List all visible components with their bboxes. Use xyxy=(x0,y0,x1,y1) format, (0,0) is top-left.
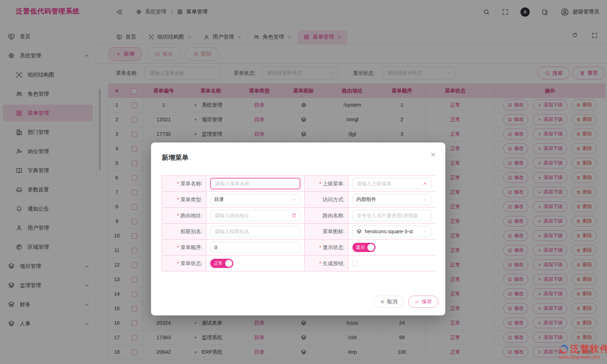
toggle-knob xyxy=(225,260,232,267)
menu-icon-select[interactable]: heroicons:square-3-st xyxy=(352,226,431,237)
label-menu-name: 菜单名称: xyxy=(162,176,206,191)
field-menu-order xyxy=(206,240,304,255)
chevron-up-icon[interactable] xyxy=(422,181,428,186)
field-display-status: 显示 xyxy=(349,240,435,255)
route-path-input[interactable] xyxy=(210,210,300,221)
gen-button-checkbox[interactable] xyxy=(352,261,358,266)
watermark: 泛普软件 www.fanpusoft.com xyxy=(559,343,607,360)
menu-name-input[interactable] xyxy=(210,178,300,189)
watermark-brand: 泛普软件 xyxy=(570,343,607,355)
label-access-mode: 访问方式: xyxy=(305,192,348,207)
watermark-logo-icon xyxy=(559,344,569,354)
field-menu-icon: heroicons:square-3-st xyxy=(349,224,435,239)
display-status-toggle[interactable]: 显示 xyxy=(352,243,375,252)
perm-alias-input[interactable] xyxy=(210,226,300,237)
access-mode-select[interactable]: 内部组件 xyxy=(352,194,431,205)
dialog-footer: 取消 保存 xyxy=(374,296,438,308)
field-route-name xyxy=(349,208,435,223)
route-name-input[interactable] xyxy=(352,210,431,221)
toggle-knob xyxy=(367,244,374,251)
field-menu-type: 目录 xyxy=(206,192,304,207)
close-icon xyxy=(380,299,385,304)
label-menu-icon: 菜单图标: xyxy=(305,224,348,239)
label-parent-menu: 上级菜单: xyxy=(305,176,348,191)
field-menu-name xyxy=(206,176,304,191)
cancel-button[interactable]: 取消 xyxy=(374,296,404,308)
label-route-path: 路由地址: xyxy=(162,208,206,223)
field-menu-status: 正常 xyxy=(206,256,304,271)
label-menu-order: 菜单顺序: xyxy=(162,240,206,255)
add-menu-dialog: 新增菜单 菜单名称: 上级菜单: 菜单类型: 目录 访问方式: xyxy=(151,142,445,315)
close-icon[interactable] xyxy=(430,152,436,158)
label-menu-type: 菜单类型: xyxy=(162,192,206,207)
field-route-path xyxy=(206,208,304,223)
parent-menu-input[interactable] xyxy=(352,178,431,189)
layers-icon xyxy=(356,229,362,234)
field-access-mode: 内部组件 xyxy=(349,192,435,207)
label-perm-alias: 权限别名: xyxy=(162,224,206,239)
app-window: 泛普低代码管理系统 首页 系统管理 xyxy=(0,0,607,364)
menu-order-input[interactable] xyxy=(210,242,300,253)
field-perm-alias xyxy=(206,224,304,239)
menu-status-toggle[interactable]: 正常 xyxy=(210,259,233,268)
field-gen-button xyxy=(349,256,435,271)
label-menu-status: 菜单状态: xyxy=(162,256,206,271)
label-gen-button: 生成按钮: xyxy=(305,256,348,271)
check-icon xyxy=(414,299,419,304)
chevron-down-icon xyxy=(423,197,428,202)
refresh-icon[interactable] xyxy=(291,213,296,218)
save-button[interactable]: 保存 xyxy=(408,296,438,308)
label-route-name: 路由名称: xyxy=(305,208,348,223)
watermark-site: www.fanpusoft.com xyxy=(559,354,607,360)
chevron-down-icon xyxy=(423,229,428,234)
label-display-status: 显示状态: xyxy=(305,240,348,255)
chevron-down-icon xyxy=(291,197,296,202)
dialog-title: 新增菜单 xyxy=(151,142,445,162)
dialog-form: 菜单名称: 上级菜单: 菜单类型: 目录 访问方式: 内部组件 xyxy=(162,175,435,271)
field-parent-menu xyxy=(349,176,435,191)
menu-type-select[interactable]: 目录 xyxy=(210,194,300,205)
